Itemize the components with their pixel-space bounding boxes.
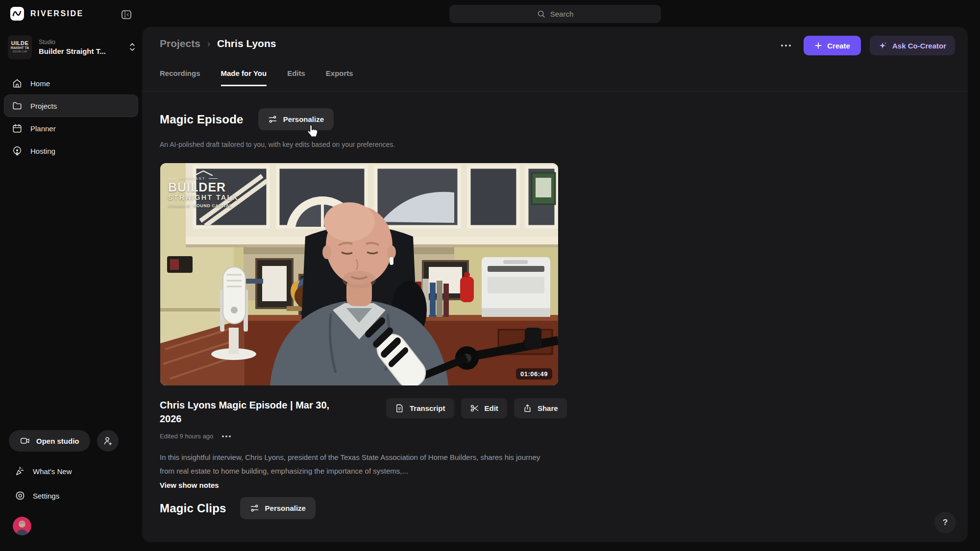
sidebar-item-label: Planner [30,124,56,133]
podcast-icon [12,145,23,156]
sidebar-item-label: Projects [30,102,57,110]
breadcrumb: Projects › Chris Lyons [160,38,276,49]
settings-label: Settings [33,492,59,500]
share-button[interactable]: Share [514,398,567,418]
magic-clips-header: Magic Clips Personalize [160,497,316,519]
podcast-logo-overlay: PODCAST BUILDER STRAIGHT TALK A Division… [168,170,239,208]
tab-recordings[interactable]: Recordings [160,69,200,86]
studio-label: Studio [39,39,126,46]
episode-actions: Transcript Edit Share [386,398,567,418]
studio-thumb-text: SOUND CAP [13,50,27,53]
share-label: Share [538,404,558,412]
user-avatar[interactable] [13,517,31,535]
whats-new-link[interactable]: What's New [15,466,72,477]
episode-title: Chris Lyons Magic Episode | Mar 30, 2026 [160,398,330,426]
personalize-episode-button[interactable]: Personalize [258,108,334,130]
create-button[interactable]: Create [804,36,861,55]
sliders-icon [268,115,277,124]
sparkle-icon [879,41,887,50]
search-icon [537,10,545,18]
sidebar-item-home[interactable]: Home [4,72,138,95]
create-label: Create [827,42,850,50]
person-add-icon [102,435,113,446]
sidebar-item-planner[interactable]: Planner [4,117,138,140]
studio-name: Builder Straight T... [39,47,126,55]
gear-icon [15,490,25,501]
help-button[interactable]: ? [934,512,956,533]
personalize-label: Personalize [265,504,306,512]
video-duration-badge: 01:06:49 [516,368,552,380]
transcript-button[interactable]: Transcript [386,398,454,418]
edit-label: Edit [485,404,498,412]
magic-clips-heading: Magic Clips [160,502,226,515]
brand-name: RIVERSIDE [30,9,84,18]
breadcrumb-projects[interactable]: Projects [160,38,200,49]
search-placeholder: Search [550,10,574,18]
edited-row: Edited 9 hours ago [160,432,232,440]
tab-bar: Recordings Made for You Edits Exports [160,69,353,86]
episode-more-options-button[interactable] [221,432,232,440]
ask-cocreator-label: Ask Co-Creator [892,42,946,50]
scissors-icon [470,404,479,413]
breadcrumb-separator: › [207,39,210,49]
overlay-division-label: A Division of: [168,204,191,208]
sidebar-item-label: Home [30,79,50,88]
collapse-sidebar-icon[interactable] [121,9,132,21]
transcript-label: Transcript [410,404,445,412]
studio-thumb-text: RAIGHT TA [11,46,29,50]
overlay-straight-talk-label: STRAIGHT TALK [168,193,239,202]
riverside-app: RIVERSIDE Search UILDE RAIGHT TA SOUND C… [0,0,980,551]
studio-thumbnail: UILDE RAIGHT TA SOUND CAP [8,35,32,59]
magic-episode-header: Magic Episode Personalize [160,108,334,130]
tab-divider [142,91,968,92]
ask-cocreator-button[interactable]: Ask Co-Creator [870,36,955,55]
overlay-builder-label: BUILDER [168,181,239,193]
sidebar-item-hosting[interactable]: Hosting [4,140,138,162]
top-bar: RIVERSIDE Search [0,0,980,27]
search-input[interactable]: Search [449,5,661,23]
invite-member-button[interactable] [97,430,119,452]
tab-edits[interactable]: Edits [287,69,305,86]
more-options-button[interactable] [777,41,795,50]
calendar-icon [12,123,23,134]
episode-video-thumbnail[interactable]: PODCAST BUILDER STRAIGHT TALK A Division… [160,163,558,385]
tab-made-for-you[interactable]: Made for You [221,69,267,86]
sliders-icon [250,503,259,513]
avatar-image [13,517,31,535]
sidebar-item-label: Hosting [30,147,55,155]
studio-thumb-text: UILDE [11,41,29,46]
overlay-sound-capital-label: SOUND CAPITAL [193,204,232,208]
home-icon [12,78,23,89]
main-panel: Projects › Chris Lyons Create Ask Co-Cre… [142,27,968,542]
share-icon [523,404,532,413]
edited-timestamp: Edited 9 hours ago [160,432,213,440]
personalize-clips-button[interactable]: Personalize [240,497,316,519]
tab-exports[interactable]: Exports [326,69,353,86]
magic-episode-heading: Magic Episode [160,113,244,126]
header-actions: Create Ask Co-Creator [777,36,955,55]
chevron-up-down-icon [128,42,136,52]
studio-meta: Studio Builder Straight T... [39,39,126,55]
settings-link[interactable]: Settings [15,490,59,501]
riverside-waveform-icon [10,6,24,21]
view-show-notes-link[interactable]: View show notes [160,481,219,489]
party-popper-icon [15,466,25,477]
episode-description: In this insightful interview, Chris Lyon… [160,451,554,478]
open-studio-label: Open studio [36,437,79,445]
help-label: ? [943,518,948,527]
magic-episode-subtitle: An AI-polished draft tailored to you, wi… [160,141,395,148]
roof-icon [193,170,214,176]
overlay-division-row: A Division of: SOUND CAPITAL [168,204,239,208]
sidebar-nav: Home Projects Planner [4,72,138,162]
video-camera-icon [20,435,30,446]
whats-new-label: What's New [33,467,72,476]
open-studio-button[interactable]: Open studio [9,430,90,452]
riverside-logo[interactable]: RIVERSIDE [10,6,84,21]
document-icon [395,404,404,413]
personalize-label: Personalize [283,115,324,123]
page-title: Chris Lyons [217,38,276,49]
plus-icon [814,42,822,49]
edit-button[interactable]: Edit [461,398,507,418]
studio-selector[interactable]: UILDE RAIGHT TA SOUND CAP Studio Builder… [8,34,136,60]
sidebar-item-projects[interactable]: Projects [4,95,138,117]
